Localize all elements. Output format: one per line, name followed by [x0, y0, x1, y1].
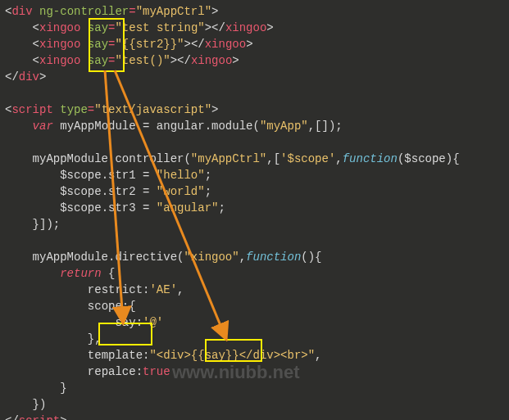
- kw-return: return: [60, 267, 101, 280]
- tag-xingoo: xingoo: [39, 21, 80, 34]
- kw-function: function: [343, 152, 398, 165]
- attr-ng-controller: ng-controller: [39, 5, 129, 18]
- tag-script: script: [11, 103, 52, 116]
- val-myAppCtrl: "myAppCtrl": [136, 5, 211, 18]
- kw-var: var: [33, 120, 53, 133]
- tag-div: div: [11, 5, 32, 18]
- attr-say: say: [88, 38, 108, 51]
- attr-say: say: [88, 54, 108, 67]
- template-string: "<div>{{say}}</div><br>": [149, 349, 315, 362]
- attr-say: say: [88, 21, 108, 34]
- binding-say: say:: [115, 316, 143, 329]
- code-block: <div ng-controller="myAppCtrl"> <xingoo …: [0, 0, 460, 420]
- code-editor: <div ng-controller="myAppCtrl"> <xingoo …: [0, 0, 509, 420]
